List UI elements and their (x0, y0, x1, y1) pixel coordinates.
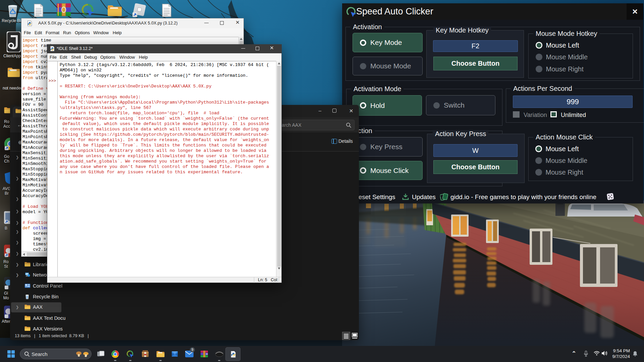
svg-text:R: R (206, 353, 208, 356)
